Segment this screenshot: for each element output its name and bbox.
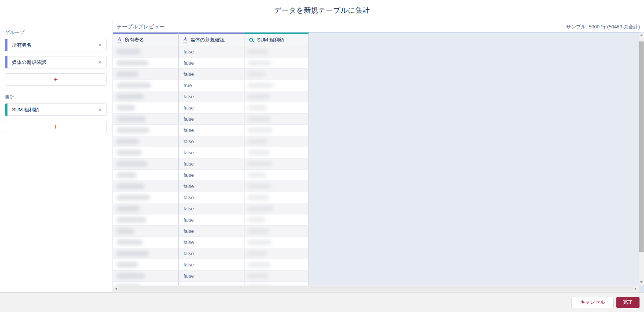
cell-sum-gross-profit: [244, 248, 309, 259]
measure-accent-bar: [5, 104, 7, 116]
done-button[interactable]: 完了: [616, 297, 640, 308]
table-row: false: [113, 271, 309, 282]
blurred-cell-content: [117, 262, 138, 268]
title-bar: データを新規テーブルに集計: [0, 0, 644, 21]
cell-owner-name: [113, 114, 179, 124]
cell-owner-name: [113, 46, 179, 57]
blurred-cell-content: [247, 127, 273, 133]
add-aggregate-field-button[interactable]: +: [5, 121, 107, 133]
blurred-cell-content: [117, 71, 138, 77]
remove-field-icon[interactable]: ✕: [98, 108, 102, 112]
blurred-cell-content: [117, 105, 135, 111]
blurred-cell-content: [117, 206, 140, 211]
scroll-right-icon[interactable]: [635, 287, 637, 290]
vertical-scrollbar-thumb[interactable]: [639, 41, 644, 252]
blurred-cell-content: [247, 251, 267, 256]
cell-owner-name: [113, 170, 179, 180]
aggregate-section-label: 集計: [5, 94, 107, 101]
group-fields-list: 所有者名 ✕ 媒体の新規確認 ✕: [5, 39, 107, 68]
blurred-cell-content: [117, 183, 144, 189]
page-title: データを新規テーブルに集計: [274, 6, 370, 15]
cell-media-new-check: false: [179, 192, 244, 203]
cell-value: false: [184, 161, 194, 167]
group-section-label: グループ: [5, 29, 107, 36]
cell-sum-gross-profit: [244, 125, 309, 136]
scroll-down-icon[interactable]: [640, 281, 643, 283]
table-row: false: [113, 102, 309, 114]
blurred-cell-content: [117, 161, 147, 167]
table-row: false: [113, 259, 309, 271]
column-name: 媒体の新規確認: [190, 37, 224, 43]
blurred-cell-content: [247, 172, 266, 178]
field-label: 所有者名: [12, 42, 31, 49]
cell-value: false: [184, 273, 194, 279]
cell-sum-gross-profit: [244, 170, 309, 180]
vertical-scrollbar[interactable]: [639, 33, 644, 285]
remove-field-icon[interactable]: ✕: [98, 60, 102, 65]
table-row: false: [113, 46, 309, 58]
blurred-cell-content: [117, 139, 139, 144]
table-row: false: [113, 170, 309, 181]
group-field-card[interactable]: 所有者名 ✕: [5, 39, 107, 51]
cell-sum-gross-profit: [244, 158, 309, 169]
table-row: false: [113, 58, 309, 69]
cell-value: false: [184, 71, 194, 77]
blurred-cell-content: [117, 116, 146, 122]
cell-owner-name: [113, 125, 179, 136]
table-row: false: [113, 69, 309, 80]
cell-value: false: [184, 195, 194, 200]
table-row: true: [113, 80, 309, 91]
cell-owner-name: [113, 226, 179, 237]
cancel-button[interactable]: キャンセル: [571, 297, 614, 308]
cell-owner-name: [113, 282, 179, 285]
cell-sum-gross-profit: [244, 69, 309, 80]
horizontal-scrollbar[interactable]: [113, 285, 639, 292]
aggregate-field-card[interactable]: SUM 粗利額 ✕: [5, 104, 107, 116]
cell-owner-name: [113, 237, 179, 248]
cell-media-new-check: false: [179, 69, 244, 80]
blurred-cell-content: [117, 49, 141, 55]
blurred-cell-content: [117, 251, 149, 256]
table-row: false: [113, 214, 309, 226]
remove-field-icon[interactable]: ✕: [98, 43, 102, 47]
blurred-cell-content: [247, 83, 274, 88]
cell-sum-gross-profit: [244, 181, 309, 192]
cell-media-new-check: false: [179, 271, 244, 281]
add-group-field-button[interactable]: +: [5, 73, 107, 86]
table-preview-panel: テーブルプレビュー サンプル: 5000 行 (50469 の合計) A 所有者…: [113, 21, 644, 292]
column-header-sum-gross-profit: SUM 粗利額: [244, 33, 309, 46]
group-field-card[interactable]: 媒体の新規確認 ✕: [5, 56, 107, 68]
table-row: [113, 282, 309, 285]
blurred-cell-content: [247, 217, 265, 223]
blurred-cell-content: [247, 49, 268, 55]
cell-value: false: [184, 217, 194, 223]
cell-value: false: [184, 183, 194, 189]
blurred-cell-content: [247, 206, 274, 211]
horizontal-scrollbar-thumb[interactable]: [119, 286, 633, 291]
table-row: false: [113, 91, 309, 102]
blurred-cell-content: [247, 195, 269, 200]
scroll-left-icon[interactable]: [115, 287, 117, 290]
blurred-cell-content: [117, 127, 150, 133]
cell-owner-name: [113, 158, 179, 169]
table-row: false: [113, 192, 309, 203]
scroll-up-icon[interactable]: [640, 34, 643, 36]
scrollbar-corner: [639, 285, 644, 292]
blurred-cell-content: [117, 172, 137, 178]
cell-media-new-check: false: [179, 181, 244, 192]
blurred-cell-content: [247, 240, 271, 245]
cell-media-new-check: false: [179, 248, 244, 259]
blurred-cell-content: [117, 83, 151, 88]
blurred-cell-content: [117, 273, 145, 279]
cell-sum-gross-profit: [244, 114, 309, 124]
dimension-accent-bar: [5, 39, 7, 51]
cell-value: false: [184, 105, 194, 111]
plus-icon: +: [53, 76, 58, 83]
blurred-cell-content: [247, 105, 267, 111]
footer-bar: キャンセル 完了: [0, 292, 644, 312]
main-content: グループ 所有者名 ✕ 媒体の新規確認 ✕ + 集計 SUM 粗利額 ✕ +: [0, 21, 644, 292]
cell-sum-gross-profit: [244, 46, 309, 57]
cell-value: false: [184, 49, 194, 55]
blurred-cell-content: [247, 116, 271, 122]
cell-owner-name: [113, 147, 179, 158]
